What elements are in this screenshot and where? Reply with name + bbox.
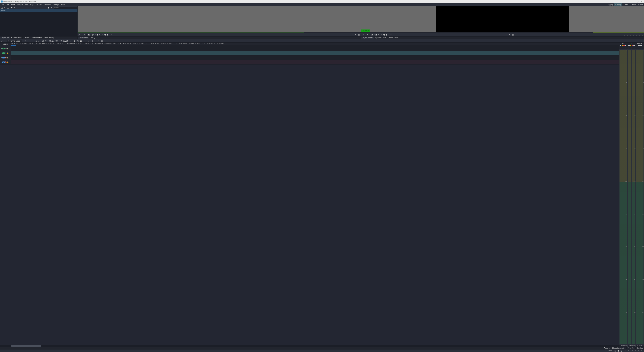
clip-more-button[interactable]: ⋯ xyxy=(110,34,113,36)
a2-meter[interactable]: 0-5-10-15-20-25-30-35-40-50 xyxy=(628,49,636,345)
tab-speech-editor[interactable]: Speech Editor xyxy=(374,36,387,39)
status-target-c-icon[interactable]: ⬓ xyxy=(620,350,622,352)
track-a1-tag[interactable]: A1 xyxy=(2,57,5,58)
clip-rewind-button[interactable]: ◀◀ xyxy=(95,34,98,36)
clip-monitor-view[interactable] xyxy=(78,6,361,32)
mixer-channel-a2-label[interactable]: A2 xyxy=(628,42,636,45)
project-marker-button[interactable]: ⋮ xyxy=(502,34,504,36)
marker-c-button[interactable]: ⬓ xyxy=(80,40,82,42)
track-v1-lock-icon[interactable]: 🔒 xyxy=(7,52,9,54)
project-monitor-thumbnails[interactable] xyxy=(624,34,643,35)
tool-next-button[interactable]: ⏭ xyxy=(38,40,40,42)
project-monitor-view[interactable]: In Point xyxy=(361,6,644,32)
bin-search-field[interactable] xyxy=(53,6,77,9)
status-tab-time[interactable]: Time R... xyxy=(626,347,635,349)
project-monitor-ruler[interactable] xyxy=(361,32,644,33)
timeline-horizontal-scrollbar[interactable] xyxy=(0,345,619,347)
project-rewind-button[interactable]: ◀◀ xyxy=(374,34,376,36)
zoom-fit-button[interactable]: ≡ xyxy=(98,40,100,42)
clip-zoom-dropdown-icon[interactable]: ▾ xyxy=(83,34,85,36)
master-track-label[interactable]: Master xyxy=(0,42,11,45)
menu-timeline[interactable]: Timeline xyxy=(34,3,44,6)
marker-d-button[interactable]: ⋯ xyxy=(83,40,85,42)
menu-view[interactable]: View xyxy=(10,3,16,6)
a1-meter[interactable]: 0-5-10-15-20-25-30-35-40-50 xyxy=(619,49,628,345)
track-v2-body[interactable] xyxy=(11,46,619,51)
tool-select-button[interactable]: ⬚ xyxy=(24,40,26,42)
mixer-channel-master-label[interactable]: Master xyxy=(636,42,644,45)
project-play-button[interactable]: ▶ xyxy=(380,34,382,36)
clip-options-button[interactable]: ▾ xyxy=(354,34,357,36)
tag-button[interactable] xyxy=(10,6,13,9)
clip-grid-button[interactable]: ▦ xyxy=(358,34,360,36)
tab-project-monitor[interactable]: Project Monitor xyxy=(361,36,374,39)
tool-razor-button[interactable]: ✂ xyxy=(27,40,30,42)
clip-prev-keyframe-button[interactable]: |◀ xyxy=(92,34,94,36)
track-a2-mute-icon[interactable]: 🔇 xyxy=(5,61,7,63)
master-meter[interactable]: 0-5-10-15-20-25-30-35-40-50 xyxy=(636,49,644,345)
track-v2-tag[interactable]: V2 xyxy=(2,48,5,49)
track-a2-lock-icon[interactable]: 🔒 xyxy=(7,61,9,63)
project-next-button[interactable]: ▶| xyxy=(386,34,388,36)
filter-dropdown-icon[interactable]: ▾ xyxy=(50,6,53,9)
status-thumb-d-icon[interactable]: ▭ xyxy=(640,350,642,352)
timeline-ruler[interactable]: 00:00:00;0000:00:06;0300:00:12;0600:00:1… xyxy=(11,42,619,45)
marker-a-button[interactable]: ◧ xyxy=(73,40,76,42)
track-header-v1[interactable]: ▾ V1 👁 🔒 xyxy=(0,51,11,55)
window-close-icon[interactable]: ✕ xyxy=(641,0,642,3)
tab-clip-properties[interactable]: Clip Properties xyxy=(30,36,43,39)
window-minimize-icon[interactable]: ― xyxy=(632,0,634,3)
timecode-duration[interactable]: 00:00:00,00 xyxy=(56,40,68,42)
track-a1-lock-icon[interactable]: 🔒 xyxy=(7,57,9,58)
master-mon-button[interactable] xyxy=(639,45,641,46)
project-step-back-button[interactable]: ◀ xyxy=(377,34,380,36)
track-v2-lock-icon[interactable]: 🔒 xyxy=(7,48,9,49)
a2-mute-button[interactable] xyxy=(628,45,630,46)
timeline-track-dropdown-icon[interactable]: ▾ xyxy=(4,40,6,42)
zoom-out-button[interactable]: ⊖ xyxy=(91,40,94,42)
mixer-channel-a1-label[interactable]: A1 xyxy=(619,42,628,45)
timecode-position[interactable]: 00:00:33,27 xyxy=(42,40,54,42)
project-options-button[interactable]: ▾ xyxy=(508,34,511,36)
status-snap-icon[interactable]: ⌖ xyxy=(624,350,626,352)
a1-mute-button[interactable] xyxy=(620,45,621,46)
clip-next-keyframe-button[interactable]: ▶| xyxy=(107,34,110,36)
zoom-in-button[interactable]: ⊞ xyxy=(101,40,103,42)
bin-search-input[interactable] xyxy=(54,7,77,9)
timeline-track-target-button[interactable]: ⇄ xyxy=(1,40,3,42)
window-maximize-icon[interactable]: ▢ xyxy=(637,0,638,3)
workspace-logging[interactable]: Logging xyxy=(605,3,614,6)
bin-name-column-header[interactable]: Name ▴ xyxy=(0,9,78,12)
tab-project-notes[interactable]: Project Notes xyxy=(387,36,399,39)
marker-b-button[interactable]: ◨ xyxy=(76,40,79,42)
add-clip-button[interactable] xyxy=(1,6,3,9)
project-set-in-button[interactable]: |◀ xyxy=(371,34,373,36)
clip-set-in-button[interactable]: ⬒ xyxy=(88,34,90,36)
a2-rec-button[interactable] xyxy=(632,45,633,46)
project-forward-button[interactable]: ▶▶ xyxy=(383,34,386,36)
track-a1-mute-icon[interactable]: 🔇 xyxy=(5,57,7,58)
a2-fx-button[interactable] xyxy=(634,45,635,46)
workspace-effects[interactable]: Effects xyxy=(629,3,637,6)
tab-project-bin[interactable]: Project Bin xyxy=(0,36,10,39)
status-tab-effect[interactable]: Effect/Composit... xyxy=(611,347,626,349)
tab-clip-monitor[interactable]: Clip Monitor xyxy=(78,36,89,39)
a1-solo-button[interactable] xyxy=(622,45,623,46)
clip-marker-button[interactable]: ⋮ xyxy=(348,34,350,36)
track-collapse-icon[interactable]: ▾ xyxy=(0,57,2,58)
create-folder-button[interactable] xyxy=(7,6,9,9)
timeline-zone-segment[interactable] xyxy=(11,45,16,46)
tool-spacer-button[interactable]: ↔ xyxy=(30,40,33,42)
bin-options-button[interactable]: ≡ xyxy=(14,6,16,9)
status-zoom-icon[interactable]: ✦ xyxy=(627,350,630,352)
project-marker2-button[interactable]: ⋮ xyxy=(505,34,507,36)
tool-prev-button[interactable]: ⏮ xyxy=(35,40,37,42)
clip-monitor-ruler[interactable] xyxy=(78,32,361,33)
status-tab-audio[interactable]: Audio ... xyxy=(603,347,611,349)
track-a1-body[interactable] xyxy=(11,55,619,60)
menu-monitor[interactable]: Monitor xyxy=(44,3,52,6)
project-grid-button[interactable]: ▦ xyxy=(512,34,514,36)
tab-library[interactable]: Library xyxy=(89,36,96,39)
master-fx-button[interactable] xyxy=(641,45,642,46)
track-a2-tag[interactable]: A2 xyxy=(2,61,5,63)
